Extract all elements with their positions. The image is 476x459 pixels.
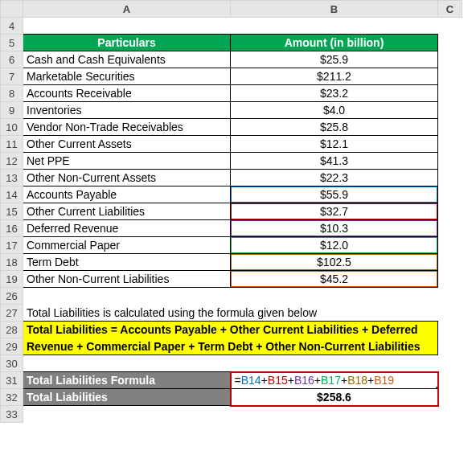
result-label-formula[interactable]: Total Liabilities Formula: [23, 372, 231, 389]
row-header[interactable]: 8: [1, 85, 23, 102]
cell-label[interactable]: Deferred Revenue: [23, 220, 231, 237]
formula-text-line2[interactable]: Revenue + Commercial Paper + Term Debt +…: [23, 338, 438, 355]
cell-value[interactable]: $23.2: [231, 85, 438, 102]
cell[interactable]: [438, 51, 462, 68]
row-header[interactable]: 12: [1, 153, 23, 170]
cell-value[interactable]: $25.8: [231, 119, 438, 136]
row-header[interactable]: 19: [1, 271, 23, 288]
formula-equals: =: [235, 374, 241, 387]
row-header[interactable]: 18: [1, 254, 23, 271]
cell-label[interactable]: Inventories: [23, 102, 231, 119]
cell[interactable]: [438, 153, 462, 170]
cell-value[interactable]: $32.7: [231, 203, 438, 220]
cell[interactable]: [23, 18, 231, 35]
cell-value[interactable]: $25.9: [231, 51, 438, 68]
cell[interactable]: [438, 271, 462, 288]
cell-label[interactable]: Other Non-Current Liabilities: [23, 271, 231, 288]
cell-label[interactable]: Accounts Receivable: [23, 85, 231, 102]
row-header[interactable]: 13: [1, 170, 23, 186]
cell[interactable]: [23, 355, 231, 372]
cell-label[interactable]: Vendor Non-Trade Receivables: [23, 119, 231, 136]
cell[interactable]: [438, 18, 462, 35]
cell-label[interactable]: Other Non-Current Assets: [23, 170, 231, 186]
row-header[interactable]: 28: [1, 322, 23, 338]
cell[interactable]: [438, 355, 462, 372]
cell[interactable]: [438, 288, 462, 305]
row-header[interactable]: 33: [1, 406, 23, 423]
cell[interactable]: [438, 136, 462, 153]
col-header-c[interactable]: C: [438, 1, 462, 18]
cell[interactable]: [23, 406, 231, 423]
row-header[interactable]: 6: [1, 51, 23, 68]
cell-label[interactable]: Marketable Securities: [23, 68, 231, 85]
cell-label[interactable]: Accounts Payable: [23, 186, 231, 203]
cell-label[interactable]: Cash and Cash Equivalents: [23, 51, 231, 68]
cell[interactable]: [438, 68, 462, 85]
cell[interactable]: [438, 254, 462, 271]
cell-value[interactable]: $45.2: [231, 271, 438, 288]
cell[interactable]: [438, 203, 462, 220]
result-label-total[interactable]: Total Liabilities: [23, 389, 231, 406]
table-header-amount[interactable]: Amount (in billion): [231, 35, 438, 51]
row-header[interactable]: 5: [1, 35, 23, 51]
row-header[interactable]: 27: [1, 305, 23, 322]
cell-value[interactable]: $41.3: [231, 153, 438, 170]
row-header[interactable]: 7: [1, 68, 23, 85]
cell[interactable]: [231, 18, 438, 35]
col-header-a[interactable]: A: [23, 1, 231, 18]
row-header[interactable]: 32: [1, 389, 23, 406]
cell[interactable]: [438, 372, 462, 389]
row-header[interactable]: 31: [1, 372, 23, 389]
row-header[interactable]: 9: [1, 102, 23, 119]
cell[interactable]: [438, 389, 462, 406]
cell-label[interactable]: Term Debt: [23, 254, 231, 271]
cell-value[interactable]: $4.0: [231, 102, 438, 119]
table-header-particulars[interactable]: Particulars: [23, 35, 231, 51]
row-header[interactable]: 11: [1, 136, 23, 153]
ref-b15: B15: [268, 374, 288, 387]
cell-label[interactable]: Other Current Assets: [23, 136, 231, 153]
row-header[interactable]: 4: [1, 18, 23, 35]
cell-value[interactable]: $12.1: [231, 136, 438, 153]
cell[interactable]: [438, 237, 462, 254]
cell[interactable]: [438, 305, 462, 322]
cell-label[interactable]: Net PPE: [23, 153, 231, 170]
row-header[interactable]: 29: [1, 338, 23, 355]
cell[interactable]: [231, 355, 438, 372]
cell[interactable]: [231, 406, 438, 423]
formula-text-line1[interactable]: Total Liabilities = Accounts Payable + O…: [23, 322, 438, 338]
row-header[interactable]: 16: [1, 220, 23, 237]
cell[interactable]: [231, 288, 438, 305]
select-all-cell[interactable]: [1, 1, 23, 18]
spreadsheet[interactable]: A B C 4 5 Particulars Amount (in billion…: [0, 0, 462, 423]
cell-value[interactable]: $102.5: [231, 254, 438, 271]
row-header[interactable]: 17: [1, 237, 23, 254]
row-header[interactable]: 14: [1, 186, 23, 203]
row-header[interactable]: 26: [1, 288, 23, 305]
cell[interactable]: [438, 102, 462, 119]
cell[interactable]: [438, 338, 462, 355]
cell[interactable]: [438, 85, 462, 102]
total-value-cell[interactable]: $258.6: [231, 389, 438, 406]
description-text[interactable]: Total Liabilities is calculated using th…: [23, 305, 438, 322]
cell-value[interactable]: $211.2: [231, 68, 438, 85]
cell-value[interactable]: $55.9: [231, 186, 438, 203]
cell[interactable]: [438, 186, 462, 203]
cell-value[interactable]: $12.0: [231, 237, 438, 254]
cell-label[interactable]: Commercial Paper: [23, 237, 231, 254]
cell[interactable]: [438, 406, 462, 423]
cell[interactable]: [438, 220, 462, 237]
cell-label[interactable]: Other Current Liabilities: [23, 203, 231, 220]
cell[interactable]: [23, 288, 231, 305]
formula-cell[interactable]: =B14+B15+B16+B17+B18+B19: [231, 372, 438, 389]
row-header[interactable]: 10: [1, 119, 23, 136]
cell-value[interactable]: $22.3: [231, 170, 438, 186]
cell-value[interactable]: $10.3: [231, 220, 438, 237]
cell[interactable]: [438, 322, 462, 338]
cell[interactable]: [438, 119, 462, 136]
cell[interactable]: [438, 35, 462, 51]
row-header[interactable]: 15: [1, 203, 23, 220]
cell[interactable]: [438, 170, 462, 186]
col-header-b[interactable]: B: [231, 1, 438, 18]
row-header[interactable]: 30: [1, 355, 23, 372]
